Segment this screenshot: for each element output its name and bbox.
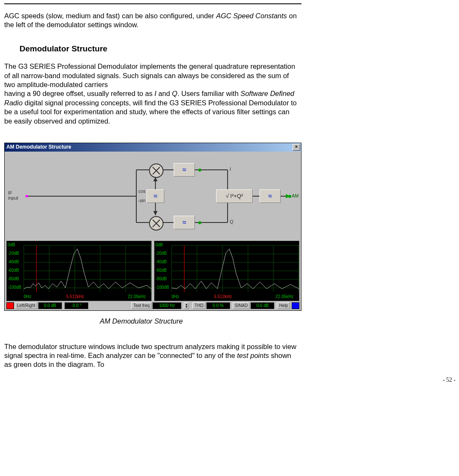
thd-button[interactable]: THD <box>192 302 206 309</box>
svg-text:22.05kHz: 22.05kHz <box>276 294 293 299</box>
svg-text:-40dB: -40dB <box>155 259 167 264</box>
spectrum-left[interactable]: 0dB -20dB -40dB -60dB -80dB -100dB 0Hz 5… <box>6 241 152 301</box>
heading-demod-structure: Demodulator Structure <box>20 44 455 54</box>
spectrum-right[interactable]: 0dB -20dB -40dB -60dB -80dB -100dB 0Hz 5… <box>154 241 299 301</box>
svg-text:22.05kHz: 22.05kHz <box>128 294 146 299</box>
svg-text:5.512kHz: 5.512kHz <box>214 294 232 299</box>
label-I: I <box>230 167 231 172</box>
text: digital signal processing concepts, will… <box>4 99 297 125</box>
em-agc-speed: AGC Speed Constants <box>216 12 287 20</box>
field-thd: 0.0 % <box>206 302 230 309</box>
para-agc: AGC speeds (slow, medium and fast) can b… <box>4 11 297 30</box>
label-AM: AM <box>292 194 299 199</box>
text: The G3 SERIES Professional Demodulator i… <box>4 62 295 88</box>
filter-out[interactable]: ≈ <box>259 189 281 203</box>
em-Q: Q <box>172 90 177 97</box>
svg-text:0dB: 0dB <box>155 242 163 247</box>
demod-window: AM Demodulator Structure × <box>4 143 301 311</box>
para-quadrature: The G3 SERIES Professional Demodulator i… <box>4 62 297 126</box>
svg-marker-8 <box>153 211 158 215</box>
leftright-button[interactable]: Left/Right <box>15 302 37 309</box>
close-icon[interactable]: × <box>293 144 300 151</box>
swatch-red[interactable] <box>6 302 14 309</box>
svg-text:-100dB: -100dB <box>155 285 169 290</box>
field-phase: -0.0 ° <box>65 302 88 309</box>
svg-text:0dB: 0dB <box>8 242 15 247</box>
svg-text:-80dB: -80dB <box>155 276 167 281</box>
svg-text:-20dB: -20dB <box>155 251 167 256</box>
analyzer-toolbar: Left/Right 0.0 dB -0.0 ° Test freq 1000 … <box>5 301 301 310</box>
field-sinad: 0.0 dB <box>251 302 274 309</box>
help-button[interactable]: Help <box>277 302 290 309</box>
block-diagram[interactable]: IFinput cos () -sin () I Q AM ≈ ≈ ≈ √ I²… <box>5 152 301 241</box>
window-title: AM Demodulator Structure <box>6 144 71 151</box>
titlebar[interactable]: AM Demodulator Structure × <box>5 143 301 152</box>
svg-text:-40dB: -40dB <box>8 259 19 264</box>
label-Q: Q <box>230 220 234 225</box>
sinad-button[interactable]: SINAD <box>233 302 250 309</box>
svg-text:-100dB: -100dB <box>8 285 22 290</box>
svg-text:0Hz: 0Hz <box>24 294 31 299</box>
mixer-Q[interactable] <box>149 216 163 231</box>
lo-filter[interactable]: ≈ <box>146 189 164 203</box>
figure-caption: AM Demodulator Structure <box>100 317 455 326</box>
svg-text:-60dB: -60dB <box>155 268 167 273</box>
svg-text:5.512kHz: 5.512kHz <box>66 294 84 299</box>
top-rule <box>4 3 301 4</box>
testfreq-stepper[interactable]: ▲▼ <box>184 302 189 309</box>
filter-Q[interactable]: ≈ <box>174 216 195 229</box>
mixer-I[interactable] <box>149 163 163 178</box>
page-number: - 52 - <box>443 376 456 384</box>
filter-I[interactable]: ≈ <box>174 163 195 177</box>
para-analyzers: The demodulator structure windows includ… <box>4 342 297 369</box>
field-level-db: 0.0 dB <box>38 302 62 309</box>
svg-point-1 <box>25 195 28 197</box>
field-testfreq[interactable]: 1000 Hz <box>152 302 181 309</box>
svg-text:-80dB: -80dB <box>8 276 19 281</box>
swatch-blue[interactable] <box>292 302 299 309</box>
testfreq-button[interactable]: Test freq <box>131 302 152 309</box>
text: and <box>156 90 172 97</box>
svg-text:-20dB: -20dB <box>8 251 19 256</box>
text: . Users familiar with <box>177 90 241 97</box>
magnitude-block[interactable]: √ I²+Q² <box>216 189 253 203</box>
svg-text:-60dB: -60dB <box>8 268 19 273</box>
text: AGC speeds (slow, medium and fast) can b… <box>4 12 216 20</box>
em-testpoints: test points <box>237 352 269 359</box>
text: having a 90 degree offset, usually refer… <box>4 90 155 97</box>
svg-text:0Hz: 0Hz <box>172 294 179 299</box>
label-if: IFinput <box>8 191 18 200</box>
